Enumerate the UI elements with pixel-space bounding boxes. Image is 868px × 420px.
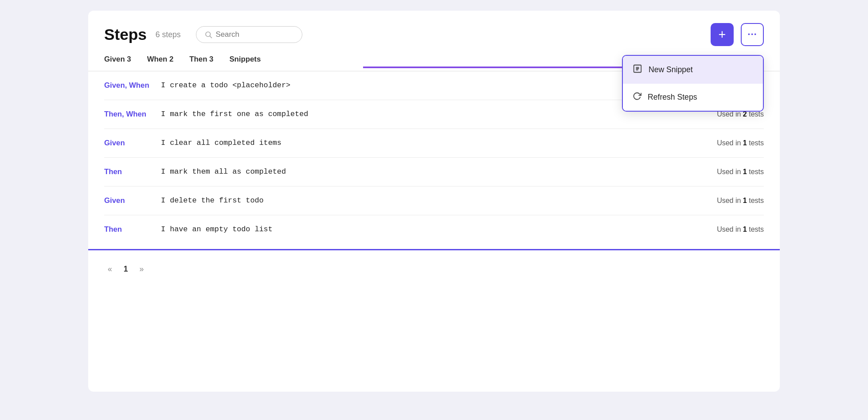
- search-input[interactable]: [216, 30, 287, 39]
- step-tag: Given, When: [104, 81, 153, 90]
- tab-snippets[interactable]: Snippets: [229, 55, 261, 71]
- header: Steps 6 steps + ···: [88, 11, 780, 55]
- tab-then[interactable]: Then 3: [189, 55, 213, 71]
- table-row[interactable]: Given I delete the first todo Used in 1 …: [104, 187, 764, 215]
- snippet-icon: [633, 64, 642, 76]
- step-text: I delete the first todo: [161, 196, 709, 205]
- page-container: Steps 6 steps + ···: [88, 11, 780, 392]
- next-page-button[interactable]: »: [136, 263, 148, 276]
- prev-page-button[interactable]: «: [104, 263, 116, 276]
- search-icon: [204, 31, 212, 39]
- current-page: 1: [124, 264, 128, 274]
- page-title: Steps: [104, 26, 147, 43]
- dropdown-menu: New Snippet Refresh Steps: [622, 55, 764, 112]
- step-tag: Given: [104, 139, 153, 148]
- step-tag: Given: [104, 196, 153, 205]
- more-button[interactable]: ···: [741, 23, 764, 46]
- table-row[interactable]: Then I have an empty todo list Used in 1…: [104, 215, 764, 244]
- refresh-icon: [633, 92, 641, 103]
- step-usage: Used in 1 tests: [717, 226, 764, 233]
- add-button[interactable]: +: [711, 23, 734, 46]
- table-row[interactable]: Then I mark them all as completed Used i…: [104, 158, 764, 187]
- refresh-steps-item[interactable]: Refresh Steps: [623, 84, 763, 111]
- search-box: [196, 26, 302, 43]
- tab-given[interactable]: Given 3: [104, 55, 131, 71]
- step-tag: Then, When: [104, 110, 153, 119]
- refresh-steps-label: Refresh Steps: [648, 93, 697, 102]
- step-text: I have an empty todo list: [161, 225, 709, 233]
- step-usage: Used in 1 tests: [717, 168, 764, 176]
- step-text: I clear all completed items: [161, 139, 709, 147]
- step-count: 6 steps: [156, 30, 181, 39]
- step-tag: Then: [104, 225, 153, 234]
- pagination: « 1 »: [88, 249, 780, 286]
- tab-when[interactable]: When 2: [147, 55, 174, 71]
- step-usage: Used in 1 tests: [717, 197, 764, 205]
- new-snippet-label: New Snippet: [649, 65, 693, 74]
- table-row[interactable]: Given I clear all completed items Used i…: [104, 129, 764, 158]
- more-dots: ···: [747, 29, 757, 40]
- svg-line-1: [210, 36, 211, 38]
- step-text: I mark them all as completed: [161, 167, 709, 176]
- step-tag: Then: [104, 167, 153, 176]
- new-snippet-item[interactable]: New Snippet: [623, 56, 763, 84]
- step-usage: Used in 1 tests: [717, 139, 764, 147]
